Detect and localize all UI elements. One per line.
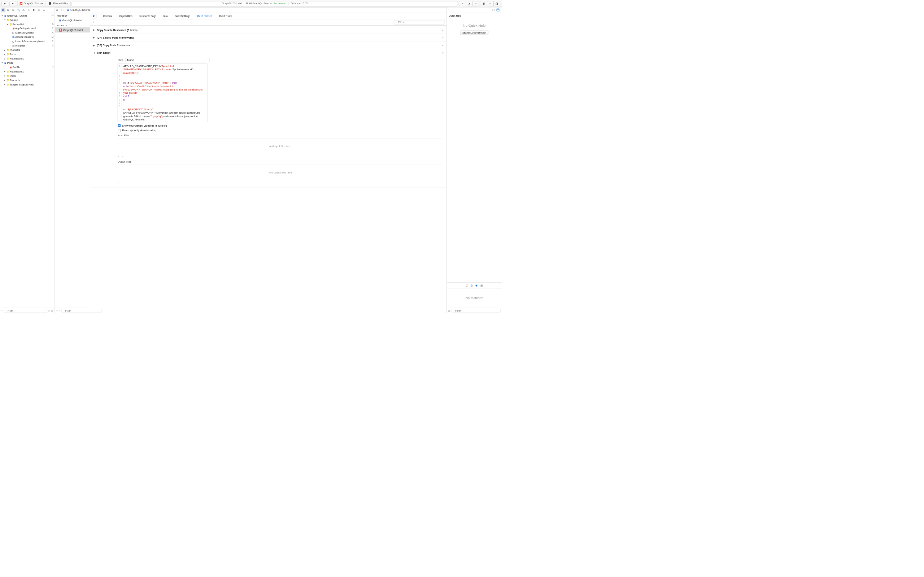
tab-capabilities[interactable]: Capabilities: [116, 13, 136, 19]
breakpoint-navigator-tab[interactable]: ⬠: [36, 8, 41, 12]
scheme-dest: iPhone 8 Plus: [53, 2, 69, 5]
tree-file[interactable]: Podfile: [13, 66, 52, 69]
add-target-button[interactable]: +: [56, 309, 57, 312]
target-item[interactable]: 🅰️GraphQL-Tutorial: [55, 27, 90, 32]
version-editor-button[interactable]: ↔: [472, 1, 479, 6]
shell-input[interactable]: [125, 58, 209, 62]
tab-general[interactable]: General: [100, 13, 116, 19]
tree-folder[interactable]: Source: [10, 18, 53, 21]
target-filter-bar: + −: [55, 308, 90, 313]
remove-output-button[interactable]: −: [122, 181, 123, 184]
tab-build-rules[interactable]: Build Rules: [216, 13, 236, 19]
close-icon[interactable]: ×: [442, 29, 444, 31]
no-quick-help-label: No Quick Help: [463, 24, 486, 28]
debug-navigator-tab[interactable]: ⧗: [31, 8, 36, 12]
tree-folder[interactable]: Pods: [10, 74, 53, 77]
phase-embed-pods[interactable]: ▶[CP] Embed Pods Frameworks×: [90, 34, 447, 42]
remove-target-button[interactable]: −: [59, 309, 60, 312]
search-documentation-button[interactable]: Search Documentation: [460, 31, 488, 35]
project-item[interactable]: ▣GraphQL-Tutorial: [55, 18, 90, 23]
script-editor[interactable]: 1 234 56789 APOLLO_FRAMEWORK_PATH="$(eva…: [118, 63, 208, 122]
shell-label: Shell: [118, 58, 123, 61]
media-library-tab[interactable]: ▦: [480, 284, 483, 287]
add-button[interactable]: +: [1, 309, 3, 312]
source-control-navigator-tab[interactable]: ⊠: [6, 8, 10, 12]
tree-folder[interactable]: Frameworks: [10, 57, 53, 60]
close-icon[interactable]: ×: [442, 52, 444, 55]
tree-file[interactable]: Info.plist: [15, 44, 52, 47]
grid-icon[interactable]: ⊞: [448, 309, 450, 312]
only-install-checkbox[interactable]: [118, 129, 121, 132]
standard-editor-button[interactable]: ≡: [459, 1, 465, 6]
editor-tabs: ◧ General Capabilities Resource Tags Inf…: [90, 13, 447, 19]
phase-filter-input[interactable]: [394, 20, 445, 24]
tree-folder[interactable]: Targets Support Files: [10, 83, 53, 86]
add-input-button[interactable]: +: [118, 155, 119, 158]
tab-resource-tags[interactable]: Resource Tags: [136, 13, 160, 19]
toggle-inspector-button[interactable]: ◨: [493, 1, 500, 6]
tree-file[interactable]: AppDelegate.swift: [15, 27, 52, 30]
remove-input-button[interactable]: −: [122, 155, 123, 158]
toggle-debug-button[interactable]: ▭: [487, 1, 493, 6]
output-files-drop[interactable]: Add output files here: [118, 165, 443, 180]
back-button[interactable]: 〈: [60, 8, 62, 12]
phase-copy-bundle[interactable]: ▶Copy Bundle Resources (3 items)×: [90, 26, 447, 34]
project-navigator-tab[interactable]: ▦: [1, 8, 5, 12]
find-navigator-tab[interactable]: 🔍: [16, 8, 21, 12]
jumpbar-project[interactable]: GraphQL-Tutorial: [70, 9, 90, 11]
script-code[interactable]: APOLLO_FRAMEWORK_PATH="$(eval find $FRAM…: [122, 64, 208, 122]
app-icon: 🅰️: [19, 2, 23, 5]
tree-folder[interactable]: Pods: [10, 53, 53, 56]
code-snippet-tab[interactable]: {}: [471, 284, 473, 287]
tree-file[interactable]: LaunchScreen.storyboard: [15, 40, 52, 43]
report-navigator-tab[interactable]: ☰: [42, 8, 46, 12]
jump-bar[interactable]: ⊞ 〈〉 ▣GraphQL-Tutorial: [55, 8, 446, 13]
run-button[interactable]: ▶: [2, 1, 8, 6]
issue-navigator-tab[interactable]: ⚠: [21, 8, 26, 12]
line-gutter: 1 234 56789: [118, 64, 122, 122]
symbol-navigator-tab[interactable]: ⊞: [11, 8, 16, 12]
toggle-navigator-button[interactable]: ◧: [480, 1, 486, 6]
navigator-area: ▦ ⊠ ⊞ 🔍 ⚠ ◇ ⧗ ⬠ ☰ ▼▣GraphQL-TutorialM ▼📁…: [0, 8, 55, 313]
tab-build-settings[interactable]: Build Settings: [171, 13, 194, 19]
tree-file[interactable]: Main.storyboard: [15, 31, 52, 34]
tab-info[interactable]: Info: [160, 13, 171, 19]
tree-folder[interactable]: Products: [10, 79, 53, 82]
related-items-icon[interactable]: ⊞: [56, 9, 58, 11]
assistant-editor-button[interactable]: ◑: [465, 1, 472, 6]
tree-file[interactable]: Assets.xcassets: [15, 36, 51, 39]
recent-icon[interactable]: ◷: [48, 309, 50, 312]
object-library-tab[interactable]: ◉: [475, 284, 478, 287]
file-inspector-tab[interactable]: ▢: [492, 9, 495, 11]
library-filter-input[interactable]: [452, 309, 501, 313]
show-env-checkbox[interactable]: [118, 124, 121, 127]
forward-button[interactable]: 〉: [63, 8, 66, 12]
scheme-selector[interactable]: 🅰️ GraphQL-Tutorial 〉 📱 iPhone 8 Plus: [17, 1, 71, 6]
project-header: PROJECT: [55, 13, 90, 18]
tree-folder[interactable]: Products: [10, 48, 53, 51]
stop-button[interactable]: ■: [10, 1, 16, 6]
tree-folder[interactable]: Frameworks: [10, 70, 53, 73]
tree-root[interactable]: Pods: [7, 61, 54, 64]
close-icon[interactable]: ×: [442, 44, 444, 47]
scm-icon[interactable]: ⊠: [51, 309, 53, 312]
tree-root[interactable]: GraphQL-Tutorial: [7, 14, 52, 17]
phase-run-script[interactable]: ▼Run Script×: [90, 49, 447, 56]
project-tree[interactable]: ▼▣GraphQL-TutorialM ▼📁Source ▶📁ReposList…: [0, 13, 55, 308]
close-icon[interactable]: ×: [442, 36, 444, 39]
tree-folder[interactable]: ReposList: [13, 23, 52, 26]
navigator-filter-input[interactable]: [4, 309, 47, 313]
quick-help-tab[interactable]: ?: [496, 8, 500, 12]
file-template-tab[interactable]: ▢: [466, 284, 468, 287]
toolbar: ▶ ■ 🅰️ GraphQL-Tutorial 〉 📱 iPhone 8 Plu…: [0, 0, 502, 8]
activity-project: GraphQL-Tutorial: [222, 2, 242, 5]
show-targets-button[interactable]: ◧: [92, 14, 96, 18]
add-phase-button[interactable]: +: [92, 20, 94, 24]
activity-view: GraphQL-Tutorial | Build GraphQL-Tutoria…: [72, 1, 458, 6]
phase-copy-pods[interactable]: ▶[CP] Copy Pods Resources×: [90, 42, 447, 49]
test-navigator-tab[interactable]: ◇: [26, 8, 31, 12]
editor-area: ⊞ 〈〉 ▣GraphQL-Tutorial PROJECT ▣GraphQL-…: [55, 8, 447, 313]
input-files-drop[interactable]: Add input files here: [118, 139, 443, 154]
add-output-button[interactable]: +: [118, 181, 119, 184]
tab-build-phases[interactable]: Build Phases: [194, 13, 216, 19]
